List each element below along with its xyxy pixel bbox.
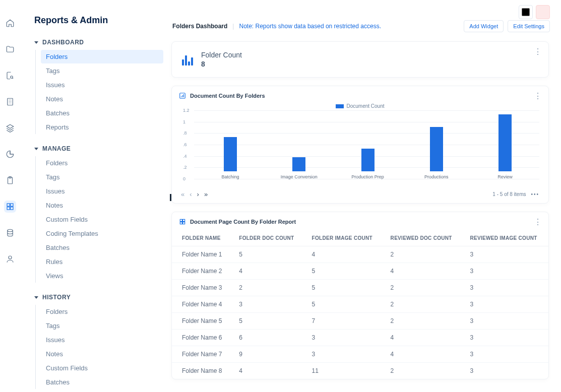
widget-menu-icon[interactable]: ⋮	[534, 91, 542, 101]
table-cell: Folder Name 6	[172, 330, 232, 346]
nav-item-notes[interactable]: Notes	[41, 199, 163, 212]
bar-label: Image Conversion	[281, 174, 318, 179]
nav-group-dashboard[interactable]: DASHBOARD	[34, 37, 163, 48]
nav-item-custom-fields[interactable]: Custom Fields	[41, 213, 163, 226]
nav-item-notes[interactable]: Notes	[41, 92, 163, 106]
table-row[interactable]: Folder Name 15423	[172, 246, 548, 263]
nav-item-batches[interactable]: Batches	[41, 241, 163, 254]
main-content: Folders Dashboard | Note: Reports show d…	[171, 0, 561, 392]
nav-item-custom-fields[interactable]: Custom Fields	[41, 361, 163, 375]
bar[interactable]	[292, 157, 305, 171]
table-cell: Folder Name 8	[172, 363, 232, 379]
clipboard-icon[interactable]	[4, 174, 16, 186]
nav-item-folders[interactable]: Folders	[41, 50, 163, 63]
page-title: Reports & Admin	[34, 15, 163, 26]
nav-item-folders[interactable]: Folders	[41, 305, 163, 318]
page-last-icon[interactable]: »	[204, 190, 208, 198]
page-prev-icon[interactable]: ‹	[190, 190, 192, 198]
nav-group-history[interactable]: HISTORY	[34, 292, 163, 303]
home-icon[interactable]	[4, 17, 16, 29]
nav-item-reports[interactable]: Reports	[41, 120, 163, 134]
chart-icon	[179, 92, 186, 99]
layers-icon[interactable]	[4, 122, 16, 134]
table-cell: 7	[305, 313, 384, 330]
table-row[interactable]: Folder Name 66343	[172, 330, 548, 346]
user-icon[interactable]	[4, 253, 16, 265]
column-header[interactable]: FOLDER DOC COUNT	[232, 230, 304, 246]
chart-legend: Document Count	[179, 103, 541, 109]
nav-item-folders[interactable]: Folders	[41, 156, 163, 170]
nav-item-tags[interactable]: Tags	[41, 170, 163, 184]
column-header[interactable]: FOLDER NAME	[172, 230, 232, 246]
bar[interactable]	[224, 137, 237, 171]
table-cell: 2	[384, 363, 463, 379]
nav-group-manage[interactable]: MANAGE	[34, 143, 163, 154]
nav-item-batches[interactable]: Batches	[41, 106, 163, 120]
table-cell: 3	[305, 330, 384, 346]
building-icon[interactable]	[4, 96, 16, 108]
restricted-access-note: Note: Reports show data based on restric…	[239, 23, 381, 30]
pager-status: 1 - 5 of 8 items	[492, 191, 526, 197]
widget-menu-icon[interactable]: ⋮	[534, 217, 542, 227]
bar-label: Batching	[222, 174, 239, 179]
bar[interactable]	[498, 114, 512, 171]
table-row[interactable]: Folder Name 841123	[172, 363, 548, 379]
add-widget-button[interactable]: Add Widget	[464, 20, 504, 32]
table-cell: 4	[232, 363, 304, 379]
nav-item-coding-templates[interactable]: Coding Templates	[41, 227, 163, 240]
table-row[interactable]: Folder Name 79343	[172, 346, 548, 363]
table-cell: 4	[384, 346, 463, 363]
page-first-icon[interactable]: «	[181, 190, 184, 198]
nav-item-issues[interactable]: Issues	[41, 184, 163, 198]
table-cell: Folder Name 4	[172, 296, 232, 313]
table-row[interactable]: Folder Name 24543	[172, 263, 548, 280]
table-cell: 3	[463, 330, 548, 346]
table-cell: 5	[232, 313, 304, 330]
svg-point-9	[9, 256, 12, 259]
svg-rect-4	[7, 204, 10, 206]
nav-item-batches[interactable]: Batches	[41, 375, 163, 389]
nav-item-tags[interactable]: Tags	[41, 64, 163, 78]
bar-slot: Productions	[402, 127, 471, 179]
nav-item-rules[interactable]: Rules	[41, 255, 163, 269]
nav-item-tags[interactable]: Tags	[41, 319, 163, 333]
table-row[interactable]: Folder Name 55723	[172, 313, 548, 330]
column-header[interactable]: REVIEWED DOC COUNT	[384, 230, 463, 246]
bar[interactable]	[361, 149, 375, 171]
nav-item-notes[interactable]: Notes	[41, 347, 163, 361]
search-file-icon[interactable]	[4, 70, 16, 82]
table-cell: 4	[232, 263, 304, 280]
nav-item-views[interactable]: Views	[41, 269, 163, 283]
folder-icon[interactable]	[4, 43, 16, 55]
bar-slot: Batching	[196, 137, 265, 179]
edit-settings-button[interactable]: Edit Settings	[508, 20, 550, 32]
nav-item-issues[interactable]: Issues	[41, 78, 163, 92]
bar-slot: Image Conversion	[265, 157, 333, 179]
kpi-value: 8	[201, 60, 242, 68]
icon-rail	[0, 0, 20, 392]
table-cell: 5	[305, 263, 384, 280]
close-button[interactable]	[536, 5, 550, 19]
nav-item-issues[interactable]: Issues	[41, 333, 163, 347]
table-cell: 2	[384, 246, 463, 263]
svg-rect-10	[522, 8, 529, 16]
table-cell: 3	[463, 296, 548, 313]
table-row[interactable]: Folder Name 43523	[172, 296, 548, 313]
maximize-button[interactable]	[519, 5, 533, 19]
topbar: Folders Dashboard | Note: Reports show d…	[171, 20, 550, 41]
bar-label: Review	[497, 174, 513, 179]
widget-menu-icon[interactable]: ⋮	[534, 47, 542, 56]
bar[interactable]	[430, 127, 443, 171]
table-cell: 3	[463, 246, 548, 263]
pie-icon[interactable]	[4, 148, 16, 160]
svg-rect-12	[180, 219, 182, 221]
page-next-icon[interactable]: ›	[197, 190, 199, 198]
column-header[interactable]: REVIEWED IMAGE COUNT	[463, 230, 548, 246]
svg-rect-14	[180, 222, 182, 224]
table-row[interactable]: Folder Name 32523	[172, 280, 548, 296]
dashboard-icon[interactable]	[4, 201, 16, 213]
column-header[interactable]: FOLDER IMAGE COUNT	[305, 230, 384, 246]
database-icon[interactable]	[4, 227, 16, 239]
more-icon[interactable]: •••	[531, 191, 539, 197]
table-cell: Folder Name 5	[172, 313, 232, 330]
